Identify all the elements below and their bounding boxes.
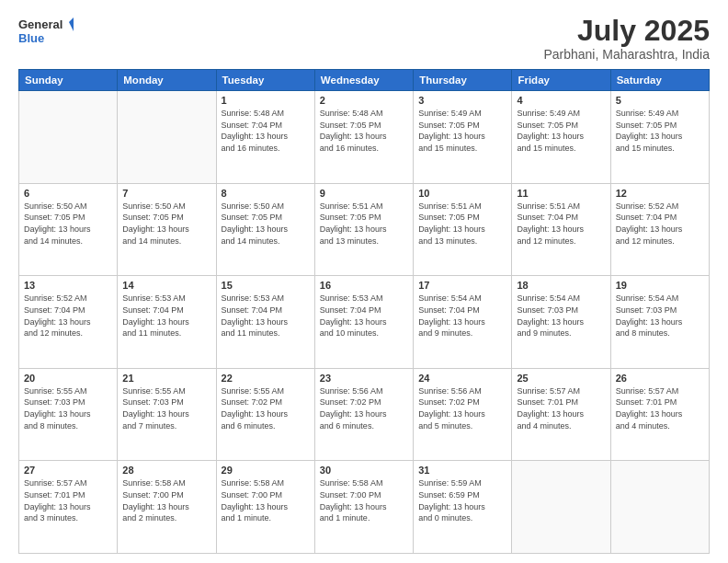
- day-number: 24: [418, 373, 506, 384]
- calendar-cell: 19Sunrise: 5:54 AMSunset: 7:03 PMDayligh…: [610, 276, 709, 369]
- calendar-cell: 29Sunrise: 5:58 AMSunset: 7:00 PMDayligh…: [216, 461, 314, 554]
- calendar-cell: 6Sunrise: 5:50 AMSunset: 7:05 PMDaylight…: [19, 183, 118, 276]
- day-info: Sunrise: 5:56 AMSunset: 7:02 PMDaylight:…: [320, 385, 408, 431]
- title-area: July 2025 Parbhani, Maharashtra, India: [543, 15, 710, 62]
- location: Parbhani, Maharashtra, India: [543, 47, 710, 62]
- day-info: Sunrise: 5:57 AMSunset: 7:01 PMDaylight:…: [24, 477, 112, 523]
- day-info: Sunrise: 5:53 AMSunset: 7:04 PMDaylight:…: [320, 293, 408, 339]
- day-number: 20: [24, 373, 112, 384]
- calendar-cell: 26Sunrise: 5:57 AMSunset: 7:01 PMDayligh…: [610, 368, 709, 461]
- calendar-week-row: 6Sunrise: 5:50 AMSunset: 7:05 PMDaylight…: [19, 183, 710, 276]
- day-info: Sunrise: 5:49 AMSunset: 7:05 PMDaylight:…: [616, 108, 704, 154]
- weekday-header-cell: Thursday: [414, 70, 512, 91]
- day-number: 4: [517, 95, 605, 106]
- day-info: Sunrise: 5:52 AMSunset: 7:04 PMDaylight:…: [616, 201, 704, 247]
- logo: General Blue: [18, 15, 74, 47]
- day-number: 14: [122, 280, 210, 291]
- day-number: 31: [418, 465, 506, 476]
- day-info: Sunrise: 5:57 AMSunset: 7:01 PMDaylight:…: [517, 385, 605, 431]
- day-info: Sunrise: 5:51 AMSunset: 7:05 PMDaylight:…: [418, 201, 506, 247]
- header: General Blue July 2025 Parbhani, Maharas…: [18, 15, 710, 62]
- day-number: 30: [320, 465, 408, 476]
- day-info: Sunrise: 5:53 AMSunset: 7:04 PMDaylight:…: [122, 293, 210, 339]
- svg-text:General: General: [18, 17, 63, 31]
- day-info: Sunrise: 5:51 AMSunset: 7:05 PMDaylight:…: [320, 201, 408, 247]
- day-number: 27: [24, 465, 112, 476]
- calendar-cell: 20Sunrise: 5:55 AMSunset: 7:03 PMDayligh…: [19, 368, 118, 461]
- day-number: 13: [24, 280, 112, 291]
- calendar-cell: 5Sunrise: 5:49 AMSunset: 7:05 PMDaylight…: [610, 91, 709, 184]
- day-number: 17: [418, 280, 506, 291]
- day-info: Sunrise: 5:48 AMSunset: 7:04 PMDaylight:…: [222, 108, 310, 154]
- day-info: Sunrise: 5:54 AMSunset: 7:03 PMDaylight:…: [616, 293, 704, 339]
- day-info: Sunrise: 5:58 AMSunset: 7:00 PMDaylight:…: [122, 477, 210, 523]
- weekday-header-cell: Sunday: [19, 70, 118, 91]
- calendar-cell: 25Sunrise: 5:57 AMSunset: 7:01 PMDayligh…: [512, 368, 610, 461]
- day-info: Sunrise: 5:50 AMSunset: 7:05 PMDaylight:…: [24, 201, 112, 247]
- calendar-cell: 13Sunrise: 5:52 AMSunset: 7:04 PMDayligh…: [19, 276, 118, 369]
- calendar-cell: [512, 461, 610, 554]
- calendar-cell: 3Sunrise: 5:49 AMSunset: 7:05 PMDaylight…: [414, 91, 512, 184]
- day-number: 12: [616, 188, 704, 199]
- day-info: Sunrise: 5:54 AMSunset: 7:04 PMDaylight:…: [418, 293, 506, 339]
- day-number: 5: [616, 95, 704, 106]
- day-info: Sunrise: 5:58 AMSunset: 7:00 PMDaylight:…: [320, 477, 408, 523]
- month-title: July 2025: [543, 15, 710, 47]
- day-number: 26: [616, 373, 704, 384]
- weekday-header-cell: Saturday: [610, 70, 709, 91]
- calendar-body: 1Sunrise: 5:48 AMSunset: 7:04 PMDaylight…: [19, 91, 710, 554]
- calendar-cell: 17Sunrise: 5:54 AMSunset: 7:04 PMDayligh…: [414, 276, 512, 369]
- weekday-header-cell: Wednesday: [314, 70, 413, 91]
- calendar-page: General Blue July 2025 Parbhani, Maharas…: [0, 0, 728, 563]
- day-number: 16: [320, 280, 408, 291]
- day-number: 21: [122, 373, 210, 384]
- calendar-cell: 9Sunrise: 5:51 AMSunset: 7:05 PMDaylight…: [314, 183, 413, 276]
- day-number: 18: [517, 280, 605, 291]
- day-info: Sunrise: 5:58 AMSunset: 7:00 PMDaylight:…: [222, 477, 310, 523]
- day-info: Sunrise: 5:52 AMSunset: 7:04 PMDaylight:…: [24, 293, 112, 339]
- calendar-cell: 30Sunrise: 5:58 AMSunset: 7:00 PMDayligh…: [314, 461, 413, 554]
- day-info: Sunrise: 5:59 AMSunset: 6:59 PMDaylight:…: [418, 477, 506, 523]
- calendar-table: SundayMondayTuesdayWednesdayThursdayFrid…: [18, 69, 710, 554]
- calendar-week-row: 1Sunrise: 5:48 AMSunset: 7:04 PMDaylight…: [19, 91, 710, 184]
- day-info: Sunrise: 5:54 AMSunset: 7:03 PMDaylight:…: [517, 293, 605, 339]
- calendar-cell: [118, 91, 216, 184]
- calendar-cell: 22Sunrise: 5:55 AMSunset: 7:02 PMDayligh…: [216, 368, 314, 461]
- calendar-cell: 4Sunrise: 5:49 AMSunset: 7:05 PMDaylight…: [512, 91, 610, 184]
- calendar-week-row: 13Sunrise: 5:52 AMSunset: 7:04 PMDayligh…: [19, 276, 710, 369]
- calendar-cell: 12Sunrise: 5:52 AMSunset: 7:04 PMDayligh…: [610, 183, 709, 276]
- day-info: Sunrise: 5:50 AMSunset: 7:05 PMDaylight:…: [122, 201, 210, 247]
- day-info: Sunrise: 5:56 AMSunset: 7:02 PMDaylight:…: [418, 385, 506, 431]
- calendar-cell: 7Sunrise: 5:50 AMSunset: 7:05 PMDaylight…: [118, 183, 216, 276]
- calendar-cell: 14Sunrise: 5:53 AMSunset: 7:04 PMDayligh…: [118, 276, 216, 369]
- calendar-cell: 24Sunrise: 5:56 AMSunset: 7:02 PMDayligh…: [414, 368, 512, 461]
- day-number: 15: [222, 280, 310, 291]
- day-info: Sunrise: 5:48 AMSunset: 7:05 PMDaylight:…: [320, 108, 408, 154]
- weekday-header-cell: Tuesday: [216, 70, 314, 91]
- day-number: 10: [418, 188, 506, 199]
- day-info: Sunrise: 5:51 AMSunset: 7:04 PMDaylight:…: [517, 201, 605, 247]
- calendar-cell: 31Sunrise: 5:59 AMSunset: 6:59 PMDayligh…: [414, 461, 512, 554]
- svg-marker-2: [69, 17, 74, 31]
- day-number: 9: [320, 188, 408, 199]
- weekday-header-cell: Friday: [512, 70, 610, 91]
- day-number: 2: [320, 95, 408, 106]
- day-number: 8: [222, 188, 310, 199]
- calendar-cell: 2Sunrise: 5:48 AMSunset: 7:05 PMDaylight…: [314, 91, 413, 184]
- weekday-header-row: SundayMondayTuesdayWednesdayThursdayFrid…: [19, 70, 710, 91]
- calendar-cell: 10Sunrise: 5:51 AMSunset: 7:05 PMDayligh…: [414, 183, 512, 276]
- day-info: Sunrise: 5:50 AMSunset: 7:05 PMDaylight:…: [222, 201, 310, 247]
- day-info: Sunrise: 5:53 AMSunset: 7:04 PMDaylight:…: [222, 293, 310, 339]
- day-number: 1: [222, 95, 310, 106]
- calendar-cell: 15Sunrise: 5:53 AMSunset: 7:04 PMDayligh…: [216, 276, 314, 369]
- day-info: Sunrise: 5:55 AMSunset: 7:02 PMDaylight:…: [222, 385, 310, 431]
- calendar-cell: 27Sunrise: 5:57 AMSunset: 7:01 PMDayligh…: [19, 461, 118, 554]
- day-info: Sunrise: 5:49 AMSunset: 7:05 PMDaylight:…: [418, 108, 506, 154]
- calendar-cell: 28Sunrise: 5:58 AMSunset: 7:00 PMDayligh…: [118, 461, 216, 554]
- day-number: 3: [418, 95, 506, 106]
- day-number: 6: [24, 188, 112, 199]
- svg-text:Blue: Blue: [18, 31, 44, 45]
- day-number: 23: [320, 373, 408, 384]
- day-number: 28: [122, 465, 210, 476]
- calendar-cell: 11Sunrise: 5:51 AMSunset: 7:04 PMDayligh…: [512, 183, 610, 276]
